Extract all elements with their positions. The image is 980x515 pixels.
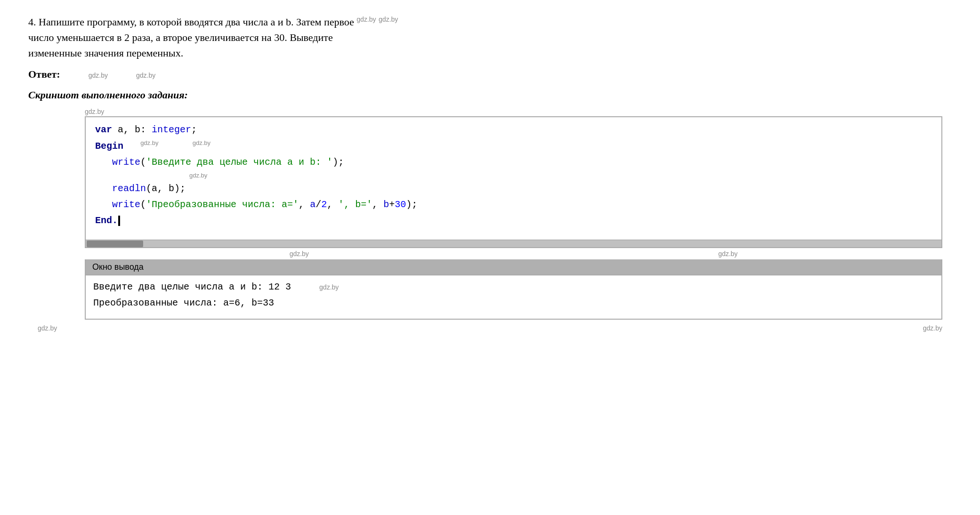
watermark-4: gdz.by: [136, 72, 155, 79]
watermark-9: gdz.by: [38, 324, 57, 332]
watermark-10: gdz.by: [923, 324, 942, 332]
task-text-line1: Напишите программу, в которой вводятся д…: [39, 16, 354, 28]
code-line-2: Begin gdz.by gdz.by: [95, 138, 932, 154]
output-header: Окно вывода: [86, 259, 941, 275]
task-text-line3: измененные значения переменных.: [28, 47, 183, 59]
code-line-3: write('Введите два целые числа a и b: ')…: [95, 154, 932, 170]
task-number: 4.: [28, 16, 36, 28]
scrollbar[interactable]: [86, 240, 941, 247]
task-text-line2: число уменьшается в 2 раза, а второе уве…: [28, 32, 333, 43]
answer-label: Ответ:: [28, 68, 60, 80]
code-window: var a, b: integer; Begin gdz.by gdz.by w…: [85, 116, 942, 248]
watermark-2: gdz.by: [379, 16, 398, 23]
watermark-7: gdz.by: [718, 250, 737, 258]
code-line-4: readln(a, b);: [95, 181, 932, 197]
watermark-1: gdz.by: [356, 16, 376, 23]
output-line-2: Преобразованные числа: a=6, b=33: [93, 295, 934, 311]
code-line-1: var a, b: integer;: [95, 122, 932, 138]
task-text: 4. Напишите программу, в которой вводятс…: [28, 14, 952, 61]
output-content: Введите два целые числа a и b: 12 3 gdz.…: [86, 275, 941, 319]
watermark-5: gdz.by: [85, 108, 104, 115]
output-line-1: Введите два целые числа a и b: 12 3: [93, 279, 291, 295]
watermark-3: gdz.by: [89, 72, 108, 79]
output-window: Окно вывода Введите два целые числа a и …: [85, 259, 942, 320]
watermark-8: gdz.by: [319, 282, 339, 293]
code-line-6: End.: [95, 213, 932, 229]
page-wrapper: 4. Напишите программу, в которой вводятс…: [28, 14, 952, 332]
watermark-6: gdz.by: [290, 250, 309, 258]
code-area: var a, b: integer; Begin gdz.by gdz.by w…: [86, 117, 941, 240]
watermark-inline: gdz.by: [95, 170, 932, 181]
screenshot-label: Скриншот выполненного задания:: [28, 89, 952, 101]
code-line-5: write('Преобразованные числа: a=', a/2, …: [95, 197, 932, 213]
